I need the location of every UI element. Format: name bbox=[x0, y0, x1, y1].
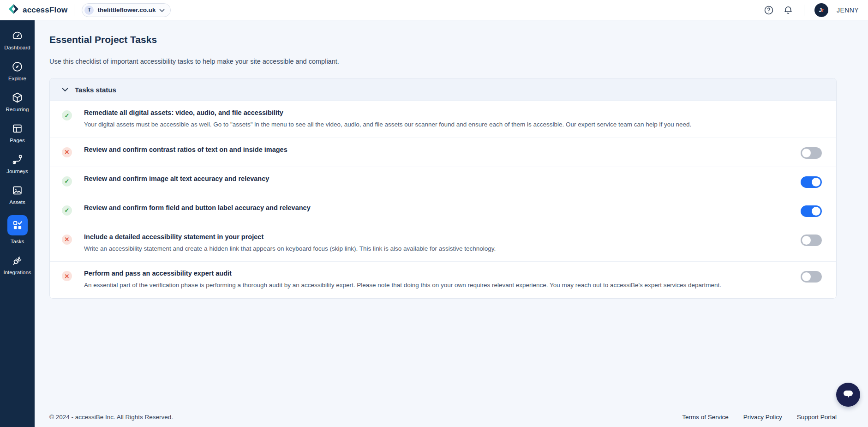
copyright-text: © 2024 - accessiBe Inc. All Rights Reser… bbox=[49, 414, 173, 421]
task-row: ✓ Review and confirm image alt text accu… bbox=[50, 167, 836, 196]
sidebar-item-journeys[interactable]: Journeys bbox=[0, 153, 35, 174]
task-status-icon: ✕ bbox=[62, 271, 72, 281]
footer: © 2024 - accessiBe Inc. All Rights Reser… bbox=[49, 414, 837, 427]
chat-bubble-icon bbox=[842, 388, 854, 401]
gauge-icon bbox=[12, 30, 24, 42]
checklist-icon bbox=[7, 215, 28, 235]
avatar-initial: r bbox=[822, 7, 824, 13]
panel-title: Tasks status bbox=[75, 86, 116, 94]
sidebar-item-label: Journeys bbox=[6, 168, 28, 174]
task-title: Include a detailed accessibility stateme… bbox=[84, 233, 496, 241]
domain-initial-badge: T bbox=[84, 6, 94, 15]
chat-widget-button[interactable] bbox=[836, 383, 860, 407]
collapse-chevron-icon[interactable] bbox=[62, 85, 68, 94]
support-portal-link[interactable]: Support Portal bbox=[797, 414, 837, 421]
sidebar-item-label: Pages bbox=[10, 138, 25, 143]
toggle-knob bbox=[802, 272, 811, 281]
tasks-status-panel: Tasks status ✓ Remediate all digital ass… bbox=[49, 78, 837, 299]
task-row: ✕ Include a detailed accessibility state… bbox=[50, 225, 836, 262]
task-toggle[interactable] bbox=[801, 205, 822, 217]
task-title: Remediate all digital assets: video, aud… bbox=[84, 109, 691, 116]
logo-text: accessFlow bbox=[23, 6, 67, 15]
page-title: Essential Project Tasks bbox=[49, 34, 837, 45]
image-icon bbox=[12, 184, 24, 196]
terms-of-service-link[interactable]: Terms of Service bbox=[682, 414, 729, 421]
sidebar-item-integrations[interactable]: Integrations bbox=[0, 254, 35, 275]
task-status-icon: ✕ bbox=[62, 147, 72, 157]
task-description: An essential part of the verification ph… bbox=[84, 280, 721, 290]
privacy-policy-link[interactable]: Privacy Policy bbox=[743, 414, 782, 421]
task-title: Review and confirm form field and button… bbox=[84, 204, 311, 211]
avatar[interactable]: Jr bbox=[814, 3, 828, 17]
cube-icon bbox=[12, 91, 24, 103]
sidebar-item-assets[interactable]: Assets bbox=[0, 184, 35, 205]
help-button[interactable] bbox=[763, 5, 774, 16]
topbar-divider bbox=[804, 5, 804, 16]
tasks-status-panel-header[interactable]: Tasks status bbox=[50, 78, 836, 101]
layout-icon bbox=[12, 122, 24, 134]
domain-name: thelittleflower.co.uk bbox=[97, 6, 156, 13]
logo-diamond-icon bbox=[8, 4, 19, 16]
route-icon bbox=[12, 153, 24, 165]
page-subtitle: Use this checklist of important accessib… bbox=[49, 58, 837, 65]
task-toggle[interactable] bbox=[801, 271, 822, 283]
task-status-icon: ✓ bbox=[62, 110, 72, 120]
task-toggle[interactable] bbox=[801, 235, 822, 246]
toggle-knob bbox=[812, 207, 820, 216]
sidebar-item-pages[interactable]: Pages bbox=[0, 122, 35, 143]
task-row: ✓ Remediate all digital assets: video, a… bbox=[50, 101, 836, 138]
topbar-divider bbox=[74, 4, 74, 16]
sidebar-item-label: Tasks bbox=[11, 239, 24, 244]
task-title: Review and confirm contrast ratios of te… bbox=[84, 146, 287, 153]
task-row: ✕ Review and confirm contrast ratios of … bbox=[50, 138, 836, 167]
plug-icon bbox=[12, 254, 24, 266]
sidebar-item-label: Dashboard bbox=[4, 45, 30, 50]
app-logo[interactable]: accessFlow bbox=[0, 4, 67, 16]
notifications-bell-button[interactable] bbox=[783, 5, 794, 16]
sidebar-item-label: Recurring bbox=[6, 107, 29, 112]
task-title: Perform and pass an accessibility expert… bbox=[84, 270, 721, 277]
sidebar: Dashboard Explore Recurring Pages bbox=[0, 20, 35, 427]
task-status-icon: ✓ bbox=[62, 176, 72, 186]
sidebar-item-recurring[interactable]: Recurring bbox=[0, 91, 35, 112]
sidebar-item-label: Assets bbox=[9, 199, 25, 205]
main-content: Essential Project Tasks Use this checkli… bbox=[35, 20, 868, 427]
sidebar-item-tasks[interactable]: Tasks bbox=[0, 215, 35, 244]
toggle-knob bbox=[802, 149, 811, 157]
toggle-knob bbox=[802, 236, 811, 245]
toggle-knob bbox=[812, 178, 820, 186]
task-status-icon: ✓ bbox=[62, 205, 72, 216]
username: JENNY bbox=[837, 6, 859, 14]
sidebar-item-dashboard[interactable]: Dashboard bbox=[0, 30, 35, 50]
task-toggle[interactable] bbox=[801, 176, 822, 188]
task-status-icon: ✕ bbox=[62, 235, 72, 245]
task-toggle[interactable] bbox=[801, 147, 822, 159]
sidebar-item-explore[interactable]: Explore bbox=[0, 60, 35, 81]
avatar-initial: J bbox=[819, 7, 822, 13]
topbar: accessFlow T thelittleflower.co.uk Jr JE… bbox=[0, 0, 868, 20]
task-description: Write an accessibility statement and cre… bbox=[84, 244, 496, 254]
task-description: Your digital assets must be accessible a… bbox=[84, 120, 691, 130]
task-title: Review and confirm image alt text accura… bbox=[84, 175, 269, 182]
sidebar-item-label: Explore bbox=[8, 76, 26, 81]
task-row: ✕ Perform and pass an accessibility expe… bbox=[50, 261, 836, 298]
sidebar-item-label: Integrations bbox=[3, 270, 31, 275]
chevron-down-icon bbox=[159, 6, 165, 14]
task-row: ✓ Review and confirm form field and butt… bbox=[50, 196, 836, 225]
compass-icon bbox=[12, 60, 24, 72]
domain-selector[interactable]: T thelittleflower.co.uk bbox=[82, 3, 171, 17]
